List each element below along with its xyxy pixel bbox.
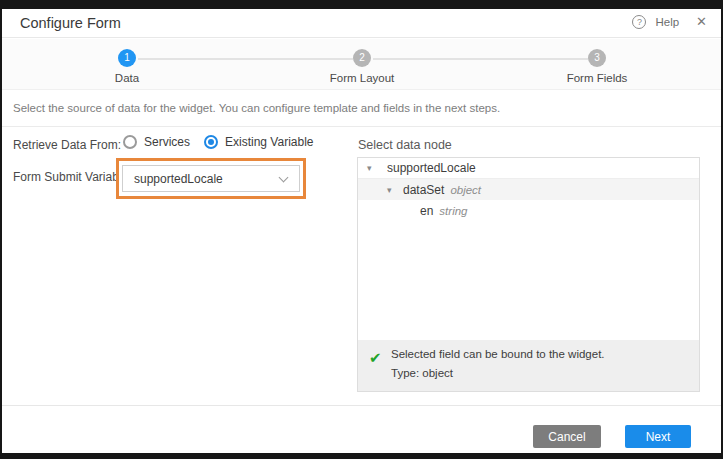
- step-data[interactable]: 1 Data: [67, 49, 187, 84]
- step-description: Select the source of data for the widget…: [13, 102, 500, 114]
- tree-node-type: object: [450, 184, 481, 196]
- tree-node-label: en: [420, 204, 433, 218]
- step-number-badge: 2: [353, 49, 371, 67]
- caret-down-icon[interactable]: ▾: [367, 163, 377, 173]
- close-icon[interactable]: ✕: [696, 14, 707, 29]
- binding-status-message: ✔ Selected field can be bound to the wid…: [358, 340, 699, 391]
- radio-label: Existing Variable: [225, 135, 314, 149]
- tree-node-dataset[interactable]: ▾ dataSet object: [358, 179, 699, 200]
- tree-node-en[interactable]: en string: [358, 200, 699, 221]
- status-message-line2: Type: object: [391, 367, 453, 379]
- step-form-fields[interactable]: 3 Form Fields: [537, 49, 657, 84]
- status-message-line1: Selected field can be bound to the widge…: [391, 348, 605, 360]
- tree-node-label: supportedLocale: [387, 161, 476, 175]
- radio-selected-icon: [204, 135, 218, 149]
- step-number-badge: 1: [118, 49, 136, 67]
- data-node-tree: ▾ supportedLocale ▾ dataSet object en st…: [357, 157, 700, 392]
- wizard-stepper: 1 Data 2 Form Layout 3 Form Fields: [2, 39, 721, 90]
- radio-existing-variable[interactable]: Existing Variable: [204, 135, 314, 149]
- highlight-annotation-box: supportedLocale: [116, 158, 306, 199]
- tree-node-label: dataSet: [403, 183, 444, 197]
- radio-label: Services: [144, 135, 190, 149]
- tree-node-supportedlocale[interactable]: ▾ supportedLocale: [358, 158, 699, 179]
- step-label: Form Layout: [302, 72, 422, 84]
- next-button[interactable]: Next: [625, 425, 691, 448]
- step-label: Data: [67, 72, 187, 84]
- configure-form-dialog: Configure Form ? Help ✕ 1 Data 2 Form La…: [2, 9, 721, 453]
- step-number-badge: 3: [588, 49, 606, 67]
- form-submit-variable-select[interactable]: supportedLocale: [122, 165, 300, 192]
- caret-down-icon[interactable]: ▾: [387, 185, 397, 195]
- cancel-button[interactable]: Cancel: [533, 425, 601, 448]
- help-icon[interactable]: ?: [632, 15, 646, 29]
- radio-services[interactable]: Services: [123, 135, 190, 149]
- chevron-down-icon: [279, 172, 289, 182]
- dialog-header: Configure Form ? Help ✕: [2, 9, 721, 38]
- select-data-node-heading: Select data node: [358, 138, 452, 152]
- dialog-title: Configure Form: [20, 15, 121, 31]
- checkmark-icon: ✔: [369, 349, 382, 367]
- tree-node-type: string: [439, 205, 467, 217]
- help-link[interactable]: Help: [655, 16, 679, 28]
- step-form-layout[interactable]: 2 Form Layout: [302, 49, 422, 84]
- retrieve-data-label: Retrieve Data From:: [13, 138, 121, 152]
- form-submit-variable-label: Form Submit Variable:: [13, 170, 131, 184]
- divider: [2, 405, 721, 406]
- radio-unselected-icon: [123, 135, 137, 149]
- screen-background: Configure Form ? Help ✕ 1 Data 2 Form La…: [0, 0, 723, 459]
- divider: [2, 126, 721, 127]
- step-label: Form Fields: [537, 72, 657, 84]
- data-source-radio-group: Services Existing Variable: [123, 135, 314, 149]
- select-value: supportedLocale: [123, 172, 280, 186]
